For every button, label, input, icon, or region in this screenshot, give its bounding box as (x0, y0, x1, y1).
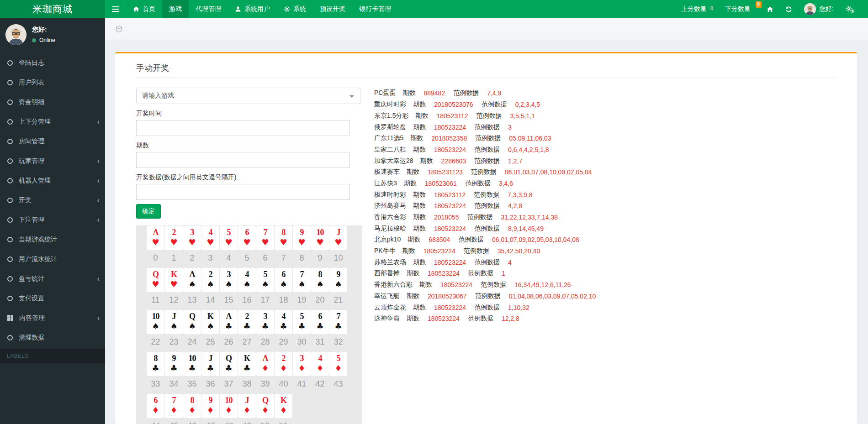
playing-card[interactable]: 8 ♥ (275, 226, 292, 250)
top-menu-item[interactable]: 系统用户 (228, 0, 277, 18)
draw-data-input[interactable] (136, 184, 350, 200)
top-menu-item[interactable]: 首页 (126, 0, 162, 18)
playing-card[interactable]: 3 ♥ (183, 226, 201, 250)
playing-card[interactable]: 9 ♠ (329, 268, 347, 292)
playing-card[interactable]: 5 ♥ (220, 226, 238, 250)
playing-card[interactable]: 10 ♦ (220, 394, 238, 418)
sample-data-label: 范例数据 (474, 202, 500, 210)
sidebar-menu-item[interactable]: 登陆日志 (0, 53, 105, 73)
playing-card[interactable]: 10 ♣ (183, 352, 201, 376)
playing-card[interactable]: J ♠ (165, 310, 183, 334)
sidebar-menu-item[interactable]: 开奖 ‹ (0, 190, 105, 210)
confirm-button[interactable]: 确定 (136, 204, 161, 219)
top-menu-item[interactable]: 银行卡管理 (352, 0, 398, 18)
sidebar-menu-item[interactable]: 房间管理 (0, 131, 105, 151)
sidebar-menu-item[interactable]: 支付设置 (0, 288, 105, 308)
playing-card[interactable]: K ♠ (201, 310, 219, 334)
playing-card[interactable]: 8 ♣ (147, 352, 164, 376)
nav-home-button[interactable] (761, 0, 779, 18)
issue-value: 180523224 (434, 202, 466, 209)
down-score-button[interactable]: 下分数量 0 (719, 0, 761, 18)
playing-card[interactable]: 3 ♣ (256, 310, 274, 334)
sidebar-menu-item[interactable]: 机器人管理 ‹ (0, 171, 105, 190)
playing-card[interactable]: 7 ♣ (329, 310, 347, 334)
playing-card[interactable]: 6 ♦ (147, 394, 164, 418)
playing-card[interactable]: 2 ♥ (165, 226, 183, 250)
playing-card[interactable]: 6 ♣ (311, 310, 329, 334)
issue-number-input[interactable] (136, 152, 350, 168)
club-suit-icon: ♣ (311, 321, 329, 331)
sidebar-menu-item[interactable]: 用户列表 (0, 73, 105, 92)
playing-card[interactable]: 7 ♠ (293, 268, 311, 292)
sidebar-menu-item[interactable]: 清理数据 (0, 328, 105, 347)
playing-card[interactable]: 10 ♠ (147, 310, 164, 334)
sidebar-menu-item[interactable]: 用户流水统计 (0, 249, 105, 269)
playing-card[interactable]: 5 ♦ (329, 352, 347, 376)
heart-suit-icon: ♥ (147, 279, 164, 289)
playing-card[interactable]: 3 ♠ (220, 268, 238, 292)
playing-card[interactable]: 2 ♦ (275, 352, 292, 376)
playing-card[interactable]: K ♥ (165, 268, 183, 292)
playing-card[interactable]: Q ♠ (183, 310, 201, 334)
diamond-suit-icon: ♦ (220, 405, 238, 415)
playing-card[interactable]: 4 ♦ (311, 352, 329, 376)
nav-settings-button[interactable] (840, 0, 861, 18)
playing-card[interactable]: 2 ♣ (238, 310, 256, 334)
playing-card[interactable]: 4 ♣ (275, 310, 292, 334)
sidebar-menu-item[interactable]: 盈亏统计 ‹ (0, 269, 105, 288)
playing-card[interactable]: 2 ♠ (201, 268, 219, 292)
sidebar-menu-item[interactable]: 资金明细 (0, 92, 105, 112)
playing-card[interactable]: 8 ♠ (311, 268, 329, 292)
playing-card[interactable]: 10 ♥ (311, 226, 329, 250)
playing-card[interactable]: K ♣ (238, 352, 256, 376)
sidebar-menu-item[interactable]: 上下分管理 ‹ (0, 112, 105, 131)
avatar[interactable] (5, 24, 26, 45)
up-score-button[interactable]: 上分数量0 (675, 0, 719, 18)
sidebar-menu-item[interactable]: 玩家管理 ‹ (0, 151, 105, 171)
playing-card[interactable]: 6 ♥ (238, 226, 256, 250)
top-menu-item[interactable]: 代理管理 (189, 0, 228, 18)
playing-card[interactable]: A ♠ (183, 268, 201, 292)
playing-card[interactable]: Q ♥ (147, 268, 164, 292)
nav-user-menu[interactable]: 您好: (798, 0, 840, 18)
playing-card[interactable]: 3 ♦ (293, 352, 311, 376)
playing-card[interactable]: 8 ♦ (183, 394, 201, 418)
playing-card[interactable]: 4 ♠ (238, 268, 256, 292)
heart-suit-icon: ♥ (201, 237, 219, 247)
playing-card[interactable]: 4 ♥ (201, 226, 219, 250)
playing-card[interactable]: A ♥ (147, 226, 164, 250)
card-row: 8 ♣ 9 ♣ 10 ♣ J ♣ Q ♣ K ♣ A ♦ 2 ♦ 3 ♦ 4 ♦… (147, 352, 362, 389)
playing-card[interactable]: Q ♦ (256, 394, 274, 418)
sidebar-menu-item[interactable]: 下注管理 ‹ (0, 210, 105, 230)
playing-card[interactable]: 9 ♥ (293, 226, 311, 250)
playing-card[interactable]: Q ♣ (220, 352, 238, 376)
playing-card[interactable]: 7 ♦ (165, 394, 183, 418)
sidebar-menu-item-label: 清理数据 (19, 334, 44, 342)
sidebar-toggle-button[interactable] (105, 0, 126, 18)
playing-card[interactable]: K ♦ (275, 394, 292, 418)
playing-card[interactable]: A ♦ (256, 352, 274, 376)
game-issue-row: 济州岛赛马 期数 180523224 范例数据 4,2,8 (374, 200, 596, 212)
playing-card[interactable]: 7 ♥ (256, 226, 274, 250)
playing-card[interactable]: A ♣ (220, 310, 238, 334)
game-select[interactable]: 请输入游戏 (136, 88, 360, 104)
playing-card[interactable]: 9 ♦ (201, 394, 219, 418)
playing-card[interactable]: 5 ♣ (293, 310, 311, 334)
issue-label: 期数 (410, 134, 423, 142)
playing-card[interactable]: J ♦ (238, 394, 256, 418)
game-issue-row: 加拿大幸运28 期数 2286603 范例数据 1,2,7 (374, 155, 596, 167)
playing-card[interactable]: 5 ♠ (256, 268, 274, 292)
top-menu-item[interactable]: 游戏 (162, 0, 189, 18)
draw-time-input[interactable] (136, 120, 350, 136)
playing-card[interactable]: 6 ♠ (275, 268, 292, 292)
nav-refresh-button[interactable] (779, 0, 798, 18)
brand-logo[interactable]: 米珈商城 (0, 0, 105, 18)
sidebar-menu-item[interactable]: 当期游戏统计 (0, 230, 105, 249)
playing-card[interactable]: 9 ♣ (165, 352, 183, 376)
top-menu-item[interactable]: 系统 (277, 0, 313, 18)
playing-card[interactable]: J ♥ (329, 226, 347, 250)
sidebar-menu-item[interactable]: 内容管理 ‹ (0, 308, 105, 328)
game-issue-row: PK牛牛 期数 180523224 范例数据 35,42,50,20,40 (374, 246, 596, 257)
playing-card[interactable]: J ♣ (201, 352, 219, 376)
top-menu-item[interactable]: 预设开奖 (313, 0, 352, 18)
